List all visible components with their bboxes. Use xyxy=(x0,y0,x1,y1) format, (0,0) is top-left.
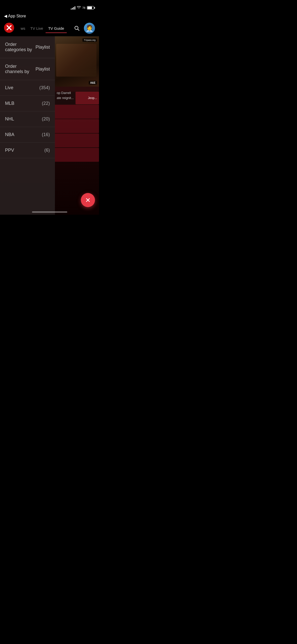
video-thumbnail[interactable]: TVpass.org A&E xyxy=(54,36,99,87)
user-avatar[interactable]: 🧑‍💼 xyxy=(84,23,95,34)
nav-tabs: ws TV Live TV Guide xyxy=(18,24,72,33)
tab-tv-guide[interactable]: TV Guide xyxy=(46,24,67,33)
nhl-label: NHL xyxy=(5,116,14,122)
nba-count: (16) xyxy=(42,132,50,137)
close-menu-button[interactable] xyxy=(81,193,95,207)
signal-icon xyxy=(71,6,75,10)
mlb-label: MLB xyxy=(5,101,14,106)
main-content: TVpass.org A&E op Darrell ate reignit...… xyxy=(0,36,99,215)
nba-label: NBA xyxy=(5,132,14,137)
order-channels-label: Order channels by xyxy=(5,64,36,74)
search-button[interactable] xyxy=(72,23,82,33)
app-store-label: App Store xyxy=(8,14,26,18)
battery-icon xyxy=(87,6,94,10)
dropdown-menu: Order categories by Playlist Order chann… xyxy=(0,36,55,215)
nav-actions: 🧑‍💼 xyxy=(72,23,95,34)
ae-channel-badge: A&E xyxy=(89,81,97,85)
back-arrow-icon: ◀ xyxy=(4,14,7,18)
nhl-count: (20) xyxy=(42,116,50,122)
app-logo[interactable] xyxy=(4,23,15,34)
category-nhl[interactable]: NHL (20) xyxy=(0,111,55,127)
app-store-back-button[interactable]: ◀ App Store xyxy=(4,14,26,18)
subtitle-line2: ate reignit... xyxy=(57,96,74,100)
order-channels-value: Playlist xyxy=(36,67,50,72)
battery-text: 78 xyxy=(82,6,85,9)
order-categories-item[interactable]: Order categories by Playlist xyxy=(0,36,55,58)
category-nba[interactable]: NBA (16) xyxy=(0,127,55,143)
category-ppv[interactable]: PPV (6) xyxy=(0,143,55,158)
category-live[interactable]: Live (354) xyxy=(0,80,55,96)
category-mlb[interactable]: MLB (22) xyxy=(0,96,55,111)
nav-bar: ws TV Live TV Guide 🧑‍💼 xyxy=(0,20,99,36)
subtitle-area: op Darrell ate reignit... xyxy=(54,88,99,103)
tab-news[interactable]: ws xyxy=(18,24,28,33)
status-icons: 78 xyxy=(71,6,94,10)
mlb-count: (22) xyxy=(42,101,50,106)
order-channels-item[interactable]: Order channels by Playlist xyxy=(0,58,55,80)
video-site-label: TVpass.org xyxy=(82,38,97,42)
live-label: Live xyxy=(5,85,13,90)
tab-tv-live[interactable]: TV Live xyxy=(28,24,46,33)
subtitle-line1: op Darrell xyxy=(57,91,71,95)
order-categories-label: Order categories by xyxy=(5,42,36,52)
ppv-label: PPV xyxy=(5,148,14,153)
avatar-icon: 🧑‍💼 xyxy=(85,24,93,32)
ppv-count: (6) xyxy=(44,148,50,153)
live-count: (354) xyxy=(39,85,50,90)
home-indicator xyxy=(32,211,67,213)
order-categories-value: Playlist xyxy=(36,45,50,50)
close-icon xyxy=(85,197,91,203)
wifi-icon xyxy=(77,6,81,10)
